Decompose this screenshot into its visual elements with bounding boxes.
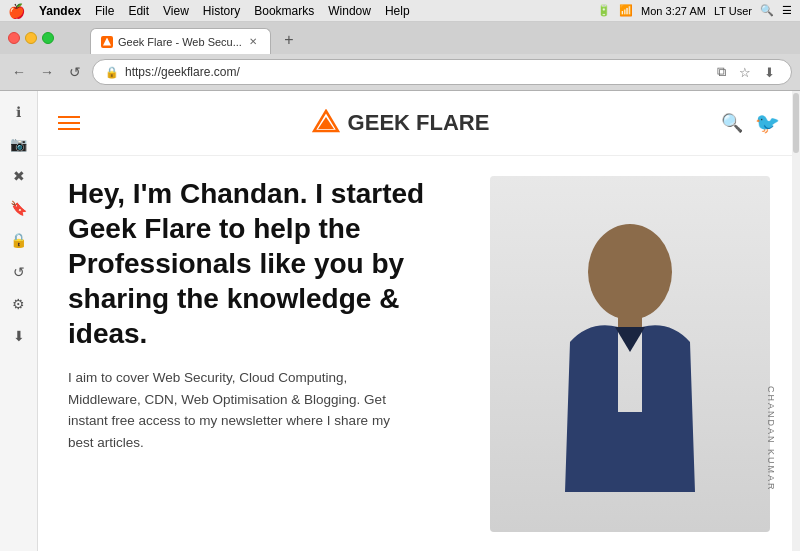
hero-section: Hey, I'm Chandan. I started Geek Flare t…	[38, 156, 800, 551]
sidebar-refresh-icon[interactable]: ↺	[4, 257, 34, 287]
menu-bookmarks[interactable]: Bookmarks	[254, 4, 314, 18]
hero-image-area: CHANDAN KUMAR	[490, 176, 770, 532]
sidebar-camera-icon[interactable]: 📷	[4, 129, 34, 159]
tab-title: Geek Flare - Web Secu...	[118, 36, 242, 48]
header-actions: 🔍 🐦	[721, 111, 780, 135]
hero-heading: Hey, I'm Chandan. I started Geek Flare t…	[68, 176, 470, 351]
os-menubar: 🍎 Yandex File Edit View History Bookmark…	[0, 0, 800, 22]
maximize-button[interactable]	[42, 32, 54, 44]
menu-history[interactable]: History	[203, 4, 240, 18]
site-name: GEEK FLARE	[348, 110, 490, 136]
clock: Mon 3:27 AM	[641, 5, 706, 17]
tab-bar-wrapper: Geek Flare - Web Secu... ✕ +	[0, 22, 800, 54]
page-scrollbar[interactable]	[792, 91, 800, 551]
menu-window[interactable]: Window	[328, 4, 371, 18]
menu-yandex[interactable]: Yandex	[39, 4, 81, 18]
new-tab-button[interactable]: +	[277, 28, 301, 52]
address-actions: ⧉ ☆ ⬇	[711, 62, 779, 82]
bookmark-star-icon[interactable]: ☆	[735, 62, 755, 82]
site-logo[interactable]: GEEK FLARE	[312, 109, 490, 137]
browser-body: ℹ 📷 ✖ 🔖 🔒 ↺ ⚙ ⬇ GEEK FLARE 🔍	[0, 91, 800, 551]
menu-file[interactable]: File	[95, 4, 114, 18]
header-search-icon[interactable]: 🔍	[721, 112, 743, 134]
scrollbar-thumb[interactable]	[793, 93, 799, 153]
secure-lock-icon: 🔒	[105, 66, 119, 79]
sidebar-close-icon[interactable]: ✖	[4, 161, 34, 191]
person-image	[490, 176, 770, 532]
wifi-icon: 📶	[619, 4, 633, 17]
hamburger-menu[interactable]	[58, 116, 80, 130]
minimize-button[interactable]	[25, 32, 37, 44]
battery-icon: 🔋	[597, 4, 611, 17]
header-twitter-icon[interactable]: 🐦	[755, 111, 780, 135]
hero-subtext: I aim to cover Web Security, Cloud Compu…	[68, 367, 408, 453]
person-silhouette-svg	[530, 212, 730, 532]
sidebar-lock-icon[interactable]: 🔒	[4, 225, 34, 255]
user-label: LT User	[714, 5, 752, 17]
os-menu-left: 🍎 Yandex File Edit View History Bookmark…	[8, 3, 410, 19]
back-button[interactable]: ←	[8, 61, 30, 83]
forward-button[interactable]: →	[36, 61, 58, 83]
close-button[interactable]	[8, 32, 20, 44]
menu-edit[interactable]: Edit	[128, 4, 149, 18]
url-bar[interactable]: 🔒 https://geekflare.com/ ⧉ ☆ ⬇	[92, 59, 792, 85]
webpage-content: GEEK FLARE 🔍 🐦 Hey, I'm Chandan. I start…	[38, 91, 800, 551]
menu-view[interactable]: View	[163, 4, 189, 18]
menu-help[interactable]: Help	[385, 4, 410, 18]
browser-chrome: Geek Flare - Web Secu... ✕ + ← → ↺ 🔒 htt…	[0, 22, 800, 91]
menu-icon[interactable]: ☰	[782, 4, 792, 17]
download-icon[interactable]: ⬇	[759, 62, 779, 82]
svg-point-2	[588, 224, 672, 320]
apple-menu[interactable]: 🍎	[8, 3, 25, 19]
site-header: GEEK FLARE 🔍 🐦	[38, 91, 800, 156]
sidebar-download-icon[interactable]: ⬇	[4, 321, 34, 351]
search-menu-icon[interactable]: 🔍	[760, 4, 774, 17]
os-menu-right: 🔋 📶 Mon 3:27 AM LT User 🔍 ☰	[597, 4, 792, 17]
tab-favicon	[101, 36, 113, 48]
browser-tab[interactable]: Geek Flare - Web Secu... ✕	[90, 28, 271, 54]
hero-text-area: Hey, I'm Chandan. I started Geek Flare t…	[68, 176, 490, 532]
tab-close-button[interactable]: ✕	[246, 35, 260, 49]
sidebar-info-icon[interactable]: ℹ	[4, 97, 34, 127]
geekflare-logo-icon	[312, 109, 340, 137]
sidebar-bookmark-icon[interactable]: 🔖	[4, 193, 34, 223]
traffic-lights	[8, 32, 54, 44]
tab-popup-icon[interactable]: ⧉	[711, 62, 731, 82]
browser-sidebar: ℹ 📷 ✖ 🔖 🔒 ↺ ⚙ ⬇	[0, 91, 38, 551]
refresh-button[interactable]: ↺	[64, 61, 86, 83]
address-bar: ← → ↺ 🔒 https://geekflare.com/ ⧉ ☆ ⬇	[0, 54, 800, 90]
person-name-vertical: CHANDAN KUMAR	[766, 386, 776, 492]
sidebar-settings-icon[interactable]: ⚙	[4, 289, 34, 319]
url-text: https://geekflare.com/	[125, 65, 705, 79]
tab-bar: Geek Flare - Web Secu... ✕ +	[0, 22, 800, 54]
